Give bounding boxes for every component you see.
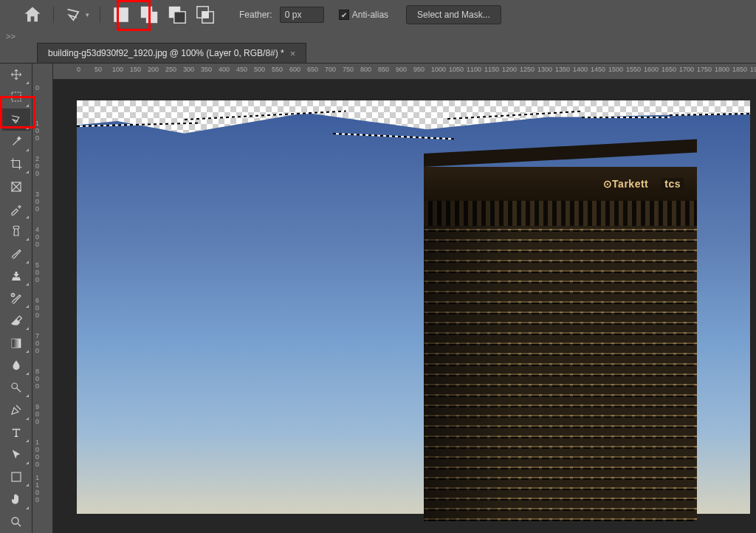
- svg-rect-7: [202, 12, 208, 18]
- magic-wand-tool[interactable]: [2, 131, 30, 153]
- ruler-tick: 1450: [591, 66, 605, 73]
- building-sign-1: ⊙Tarkett: [603, 178, 649, 190]
- ruler-tick: 250: [165, 66, 176, 73]
- svg-rect-8: [12, 92, 21, 101]
- ruler-tick: 50: [94, 66, 102, 73]
- close-icon[interactable]: ×: [290, 48, 296, 59]
- document-canvas[interactable]: ⊙Tarkett tcs: [77, 100, 750, 514]
- ruler-tick: 200: [35, 155, 39, 177]
- ruler-tick: 1100: [35, 474, 39, 503]
- pen-tool[interactable]: [2, 399, 30, 421]
- svg-rect-2: [146, 12, 157, 23]
- ruler-tick: 1100: [467, 66, 481, 73]
- blur-tool[interactable]: [2, 354, 30, 376]
- ruler-tick: 1850: [732, 66, 747, 73]
- expand-panel-chevrons[interactable]: >>: [0, 30, 756, 43]
- clone-stamp-tool[interactable]: [2, 265, 30, 287]
- ruler-tick: 600: [289, 66, 300, 73]
- ruler-tick: 150: [130, 66, 141, 73]
- svg-rect-0: [114, 7, 128, 22]
- ruler-tick: 1350: [555, 66, 570, 73]
- ruler-tick: 550: [272, 66, 283, 73]
- ruler-tick: 700: [35, 332, 39, 354]
- ruler-tick: 750: [343, 66, 354, 73]
- image-building: ⊙Tarkett tcs: [424, 167, 697, 521]
- ruler-tick: 1300: [537, 66, 552, 73]
- add-to-selection-icon[interactable]: [139, 4, 159, 25]
- brush-tool[interactable]: [2, 242, 30, 264]
- ruler-tick: 400: [35, 226, 39, 248]
- separator: [53, 7, 54, 23]
- ruler-tick: 1200: [502, 66, 517, 73]
- subtract-from-selection-icon[interactable]: [167, 4, 188, 25]
- anti-alias-checkbox[interactable]: ✔ Anti-alias: [339, 10, 388, 20]
- move-tool[interactable]: [2, 63, 30, 86]
- ruler-tick: 800: [360, 66, 371, 73]
- healing-brush-tool[interactable]: [2, 220, 30, 242]
- ruler-tick: 1400: [573, 66, 588, 73]
- options-bar: ▾ Feather: ✔ Anti-alias Select and Mask.…: [0, 0, 756, 30]
- ruler-tick: 100: [112, 66, 123, 73]
- ruler-tick: 600: [35, 297, 39, 319]
- ruler-tick: 100: [35, 120, 39, 142]
- ruler-tick: 450: [236, 66, 247, 73]
- ruler-tick: 950: [413, 66, 425, 73]
- ruler-tick: 200: [148, 66, 159, 73]
- crop-tool[interactable]: [2, 153, 30, 175]
- ruler-tick: 1600: [644, 66, 659, 73]
- polygonal-lasso-presets-icon[interactable]: ▾: [64, 4, 89, 25]
- marquee-tool[interactable]: [2, 86, 30, 108]
- hand-tool[interactable]: [2, 488, 30, 510]
- ruler-tick: 800: [35, 368, 39, 390]
- home-icon[interactable]: [22, 4, 43, 25]
- ruler-tick: 850: [378, 66, 389, 73]
- new-selection-icon[interactable]: [111, 4, 131, 25]
- frame-tool[interactable]: [2, 175, 30, 197]
- history-brush-tool[interactable]: [2, 287, 30, 309]
- intersect-selection-icon[interactable]: [195, 4, 216, 25]
- canvas-viewport[interactable]: ⊙Tarkett tcs: [53, 80, 756, 533]
- document-tab-title: building-g53d930f92_1920.jpg @ 100% (Lay…: [48, 48, 284, 58]
- ruler-tick: 0: [77, 66, 80, 73]
- tools-panel: [0, 63, 32, 533]
- ruler-tick: 300: [35, 190, 39, 213]
- zoom-tool[interactable]: [2, 511, 30, 533]
- eraser-tool[interactable]: [2, 309, 30, 331]
- ruler-tick: 400: [219, 66, 230, 73]
- vertical-ruler: 010020030040050060070080090010001100: [32, 63, 53, 533]
- ruler-tick: 1650: [662, 66, 676, 73]
- svg-rect-14: [12, 472, 21, 481]
- ruler-tick: 1150: [484, 66, 499, 73]
- svg-rect-10: [13, 226, 19, 229]
- lasso-tool[interactable]: [2, 109, 30, 131]
- gradient-tool[interactable]: [2, 331, 30, 354]
- ruler-tick: 1000: [35, 439, 39, 468]
- svg-rect-4: [174, 12, 185, 23]
- ruler-tick: 0: [35, 84, 39, 92]
- svg-point-15: [12, 517, 18, 524]
- document-tab[interactable]: building-g53d930f92_1920.jpg @ 100% (Lay…: [37, 43, 306, 63]
- feather-label: Feather:: [239, 10, 272, 20]
- ruler-tick: 1750: [697, 66, 712, 73]
- feather-input[interactable]: [280, 7, 324, 23]
- ruler-tick: 1800: [715, 66, 729, 73]
- svg-rect-12: [12, 339, 21, 348]
- ruler-tick: 500: [254, 66, 265, 73]
- anti-alias-label: Anti-alias: [352, 10, 388, 20]
- ruler-tick: 1500: [608, 66, 623, 73]
- eyedropper-tool[interactable]: [2, 198, 30, 220]
- ruler-tick: 1700: [679, 66, 694, 73]
- select-and-mask-button[interactable]: Select and Mask...: [406, 5, 501, 24]
- ruler-tick: 900: [35, 403, 39, 425]
- selection-marching-ants: [582, 117, 670, 118]
- type-tool[interactable]: [2, 422, 30, 444]
- ruler-tick: 900: [396, 66, 407, 73]
- horizontal-ruler: 0501001502002503003504004505005506006507…: [53, 63, 756, 80]
- path-select-tool[interactable]: [2, 444, 30, 466]
- ruler-tick: 350: [201, 66, 212, 73]
- document-tab-bar: building-g53d930f92_1920.jpg @ 100% (Lay…: [0, 43, 756, 63]
- shape-tool[interactable]: [2, 466, 30, 488]
- dodge-tool[interactable]: [2, 376, 30, 399]
- ruler-tick: 700: [325, 66, 336, 73]
- ruler-tick: 500: [35, 261, 39, 283]
